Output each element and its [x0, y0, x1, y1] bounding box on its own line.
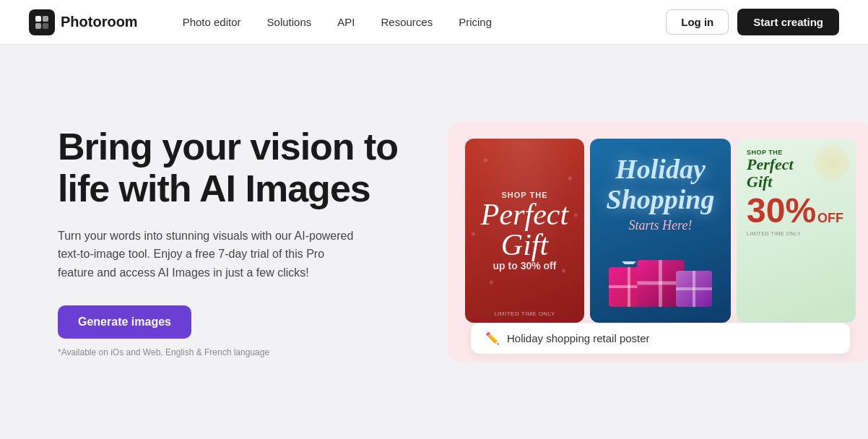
caption-text: Holiday shopping retail poster: [507, 332, 650, 344]
logo-label: Photoroom: [61, 14, 138, 30]
login-button[interactable]: Log in: [666, 9, 729, 35]
navbar: Photoroom Photo editor Solutions API Res…: [0, 0, 868, 45]
svg-rect-0: [35, 16, 41, 22]
showcase-card-1: ❄ ❄ ❄ ❄ ❄ ❄ Shop the Perfect Gift up to: [465, 139, 584, 323]
nav-pricing[interactable]: Pricing: [448, 10, 502, 34]
showcase-container: ❄ ❄ ❄ ❄ ❄ ❄ Shop the Perfect Gift up to: [448, 121, 868, 362]
edit-icon: ✏️: [485, 331, 500, 345]
decoration-circle: [814, 144, 850, 181]
svg-rect-2: [35, 23, 41, 29]
nav-resources[interactable]: Resources: [370, 10, 443, 34]
card-red-discount: up to 30% off: [493, 260, 557, 271]
hero-right: ❄ ❄ ❄ ❄ ❄ ❄ Shop the Perfect Gift up to: [448, 121, 868, 362]
nav-solutions[interactable]: Solutions: [257, 10, 322, 34]
card-green-title: PerfectGift: [747, 156, 794, 191]
showcase-images: ❄ ❄ ❄ ❄ ❄ ❄ Shop the Perfect Gift up to: [465, 139, 856, 323]
start-creating-button[interactable]: Start creating: [737, 9, 839, 35]
logo-icon: [29, 9, 55, 35]
card-blue-content: Holiday Shopping Starts Here!: [590, 139, 731, 323]
gift-box-right: [676, 271, 712, 307]
card-green-bottom: LIMITED TIME ONLY: [747, 231, 801, 236]
card-blue-subtitle: Starts Here!: [629, 218, 693, 233]
hero-footnote: *Available on iOs and Web, English & Fre…: [58, 347, 404, 357]
hero-subtext: Turn your words into stunning visuals wi…: [58, 227, 361, 282]
gift-boxes: [602, 242, 719, 307]
nav-links: Photo editor Solutions API Resources Pri…: [173, 10, 667, 34]
generate-images-button[interactable]: Generate images: [58, 305, 191, 339]
card-red-bottom: LIMITED TIME ONLY: [494, 310, 555, 317]
showcase-card-3: Shop the PerfectGift 30% OFF LIMITED TIM…: [737, 139, 856, 323]
card-green-percent: 30%: [747, 194, 816, 228]
hero-section: Bring your vision to life with AI Images…: [0, 45, 868, 439]
caption-bar: ✏️ Holiday shopping retail poster: [471, 323, 850, 354]
logo[interactable]: Photoroom: [29, 9, 138, 35]
nav-photo-editor[interactable]: Photo editor: [173, 10, 251, 34]
card-green-off: OFF: [817, 211, 843, 226]
card-red-content: ❄ ❄ ❄ ❄ ❄ ❄ Shop the Perfect Gift up to: [465, 139, 584, 323]
card-green-offer: 30% OFF: [747, 191, 843, 228]
hero-heading: Bring your vision to life with AI Images: [58, 126, 404, 209]
nav-api[interactable]: API: [327, 10, 365, 34]
showcase-card-2: Holiday Shopping Starts Here!: [590, 139, 731, 323]
svg-rect-3: [43, 23, 48, 29]
svg-rect-1: [43, 16, 48, 22]
card-green-content: Shop the PerfectGift 30% OFF LIMITED TIM…: [737, 139, 856, 323]
hero-left: Bring your vision to life with AI Images…: [58, 126, 404, 357]
card-red-title: Perfect Gift: [481, 199, 568, 260]
nav-actions: Log in Start creating: [666, 9, 839, 35]
card-blue-title: Holiday Shopping: [607, 155, 715, 215]
